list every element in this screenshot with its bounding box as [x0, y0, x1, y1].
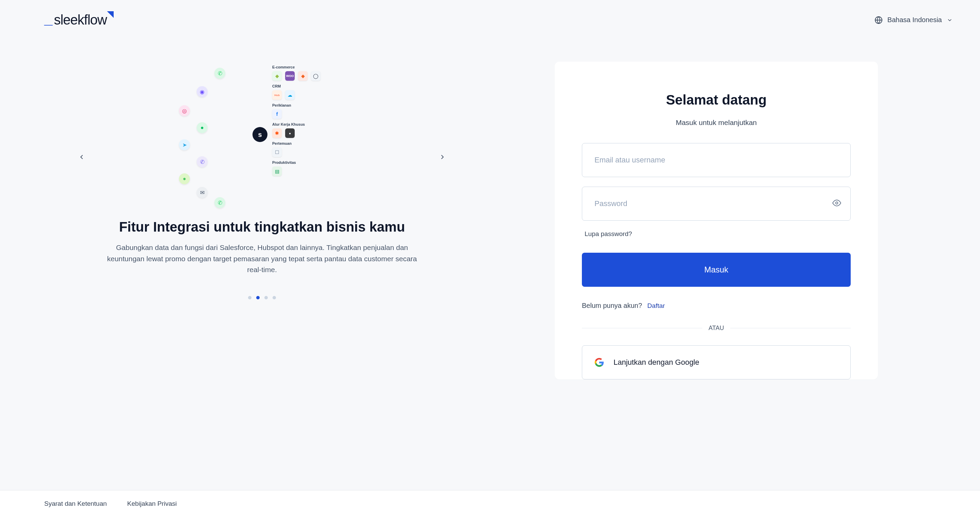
google-icon — [595, 357, 604, 367]
eye-icon — [832, 199, 841, 207]
magento-icon: ◆ — [298, 71, 308, 81]
guard-icon: ◯ — [311, 71, 321, 81]
submit-button[interactable]: Masuk — [582, 253, 851, 287]
carousel-dot-3[interactable] — [272, 296, 276, 299]
password-input[interactable] — [582, 187, 851, 221]
signup-link[interactable]: Daftar — [647, 302, 665, 309]
divider-label: ATAU — [708, 325, 724, 332]
chevron-down-icon — [947, 17, 953, 23]
salesforce-icon: ☁ — [285, 90, 295, 100]
divider: ATAU — [582, 325, 851, 332]
carousel-dot-0[interactable] — [248, 296, 251, 299]
main: ✆ ◉ ◎ ● ➤ ✆ ● ✉ ✆ s E-commerce ◆ WOO ◆ ◯ — [34, 27, 946, 490]
section-workflow: Alur Kerja Khusus — [272, 122, 350, 126]
sheets-icon: ▤ — [272, 166, 282, 176]
google-login-label: Lanjutkan dengan Google — [614, 358, 699, 367]
make-icon: ● — [285, 128, 295, 138]
integration-categories: E-commerce ◆ WOO ◆ ◯ CRM Hub ☁ — [272, 65, 350, 179]
carousel-dot-2[interactable] — [264, 296, 268, 299]
logo-corner-accent — [107, 11, 114, 18]
shopify-icon: ◆ — [272, 71, 282, 81]
language-label: Bahasa Indonesia — [888, 16, 942, 24]
carousel-dots — [92, 296, 432, 299]
form-subtitle: Masuk untuk melanjutkan — [582, 118, 851, 127]
section-meeting: Pertemuan — [272, 141, 350, 145]
terms-link[interactable]: Syarat dan Ketentuan — [44, 500, 107, 507]
chevron-left-icon — [78, 153, 86, 161]
forgot-password-link[interactable]: Lupa password? — [585, 230, 851, 238]
password-field-wrapper — [582, 187, 851, 221]
privacy-link[interactable]: Kebijakan Privasi — [127, 500, 177, 507]
woocommerce-icon: WOO — [285, 71, 295, 81]
instagram-icon: ◎ — [179, 105, 190, 116]
google-login-button[interactable]: Lanjutkan dengan Google — [582, 345, 851, 380]
wechat-icon: ● — [197, 122, 208, 133]
carousel-title: Fitur Integrasi untuk tingkatkan bisnis … — [109, 218, 415, 235]
zapier-icon: ✱ — [272, 128, 282, 138]
login-card: Selamat datang Masuk untuk melanjutkan L… — [555, 62, 878, 380]
globe-icon — [875, 16, 883, 24]
svg-point-1 — [836, 202, 838, 204]
carousel-dot-1[interactable] — [256, 296, 259, 299]
carousel-prev[interactable] — [75, 150, 89, 164]
footer: Syarat dan Ketentuan Kebijakan Privasi — [0, 490, 980, 517]
section-productivity: Produktivitas — [272, 160, 350, 164]
carousel-next[interactable] — [436, 150, 449, 164]
logo-underscore: _ — [44, 11, 52, 26]
facebook-icon: f — [272, 109, 282, 119]
toggle-password-visibility[interactable] — [832, 199, 841, 209]
viber-icon: ✆ — [197, 156, 208, 167]
logo-text: sleekflow — [54, 12, 107, 27]
section-crm: CRM — [272, 84, 350, 88]
email-input[interactable] — [582, 143, 851, 177]
sms-icon: ✉ — [197, 187, 208, 198]
section-ecommerce: E-commerce — [272, 65, 350, 69]
telegram-icon: ➤ — [179, 139, 190, 150]
language-switcher[interactable]: Bahasa Indonesia — [875, 16, 953, 24]
integrations-illustration: ✆ ◉ ◎ ● ➤ ✆ ● ✉ ✆ s E-commerce ◆ WOO ◆ ◯ — [173, 62, 350, 205]
messenger-icon: ◉ — [197, 86, 208, 97]
calendar-icon: ☐ — [272, 147, 282, 157]
signup-row: Belum punya akun? Daftar — [582, 302, 851, 310]
section-ads: Periklanan — [272, 103, 350, 107]
email-field-wrapper — [582, 143, 851, 177]
logo[interactable]: _ sleekflow — [44, 12, 115, 27]
sleekflow-node: s — [253, 127, 267, 142]
form-title: Selamat datang — [582, 92, 851, 108]
whatsapp-icon: ✆ — [215, 68, 225, 79]
line-icon: ● — [179, 173, 190, 184]
carousel-description: Gabungkan data dan fungsi dari Salesforc… — [105, 242, 418, 276]
whatsapp2-icon: ✆ — [215, 197, 225, 208]
carousel: ✆ ◉ ◎ ● ➤ ✆ ● ✉ ✆ s E-commerce ◆ WOO ◆ ◯ — [75, 62, 449, 299]
no-account-text: Belum punya akun? — [582, 302, 642, 309]
top-bar: _ sleekflow Bahasa Indonesia — [0, 0, 980, 27]
hubspot-icon: Hub — [272, 90, 282, 100]
chevron-right-icon — [439, 153, 446, 161]
